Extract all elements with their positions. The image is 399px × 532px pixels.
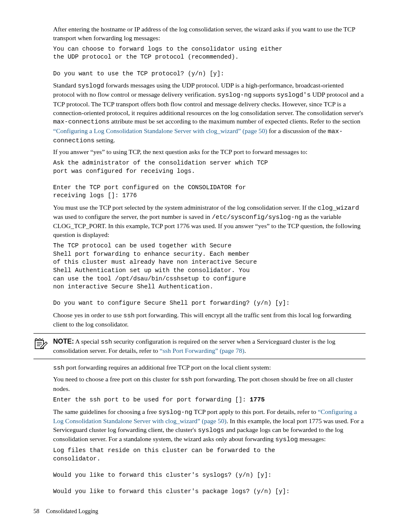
paragraph: Choose yes in order to use ssh port forw… xyxy=(53,311,366,329)
text: for a discussion of the xyxy=(267,127,328,134)
footer-section: Consolidated Logging xyxy=(46,508,98,516)
text: You must use the TCP port selected by th… xyxy=(53,204,318,211)
code-inline: clog_wizard xyxy=(318,205,359,212)
code-block: Log files that reside on this cluster ca… xyxy=(53,447,366,496)
note-label: NOTE: xyxy=(53,338,74,345)
code-inline: syslogd's xyxy=(277,92,311,99)
text: The same guidelines for choosing a free xyxy=(53,408,159,415)
text: was used to configure the server, the po… xyxy=(53,213,212,220)
text: Choose yes in order to use xyxy=(53,311,123,319)
note-icon xyxy=(33,338,48,352)
code-block: Ask the administrator of the consolidati… xyxy=(53,159,366,200)
code-inline: syslog xyxy=(275,436,298,443)
code-inline: syslogd xyxy=(78,82,104,90)
code-inline: syslog-ng xyxy=(159,409,192,416)
code-inline: ssh xyxy=(101,339,112,346)
code-inline: syslog-ng xyxy=(217,92,251,99)
text: messages: xyxy=(298,435,326,442)
paragraph: After entering the hostname or IP addres… xyxy=(53,25,366,43)
note-text: NOTE: A special ssh security configurati… xyxy=(53,337,366,355)
code-inline: max-connections xyxy=(53,118,110,126)
code-block: Enter the ssh port to be used for port f… xyxy=(53,396,366,404)
text: attribute must be set according to the m… xyxy=(110,118,361,125)
code-block: You can choose to forward logs to the co… xyxy=(53,45,366,78)
paragraph: The same guidelines for choosing a free … xyxy=(53,408,366,445)
paragraph: ssh port forwarding requires an addition… xyxy=(53,363,366,373)
code-inline: ssh xyxy=(123,312,135,319)
text: setting. xyxy=(95,136,115,144)
text: TCP port apply to this port. For details… xyxy=(192,408,318,415)
text: A special xyxy=(74,338,101,345)
code-inline: ssh xyxy=(181,376,192,383)
code-inline: ssh xyxy=(53,365,64,372)
text: port forwarding requires an additional f… xyxy=(64,364,271,371)
code-inline: /etc/sysconfig/syslog-ng xyxy=(212,214,302,221)
paragraph: Standard syslogd forwards messages using… xyxy=(53,81,366,145)
code-inline: syslogs xyxy=(198,427,224,434)
paragraph: You must use the TCP port selected by th… xyxy=(53,203,366,239)
user-input: 1775 xyxy=(250,396,265,403)
note-block: NOTE: A special ssh security configurati… xyxy=(33,333,366,359)
page-number: 58 xyxy=(33,508,39,516)
paragraph: If you answer “yes” to using TCP, the ne… xyxy=(53,148,366,157)
text: supports xyxy=(251,91,276,98)
text: You need to choose a free port on this c… xyxy=(53,375,181,383)
text: Standard xyxy=(53,82,78,89)
code-block: The TCP protocol can be used together wi… xyxy=(53,242,366,308)
link-config-standalone[interactable]: “Configuring a Log Consolidation Standal… xyxy=(53,127,267,134)
link-ssh-port-forwarding[interactable]: “ssh Port Forwarding” (page 78) xyxy=(160,347,244,354)
text: . xyxy=(244,347,246,354)
page-footer: 58 Consolidated Logging xyxy=(33,508,366,516)
text: Enter the ssh port to be used for port f… xyxy=(53,396,250,403)
paragraph: You need to choose a free port on this c… xyxy=(53,375,366,393)
